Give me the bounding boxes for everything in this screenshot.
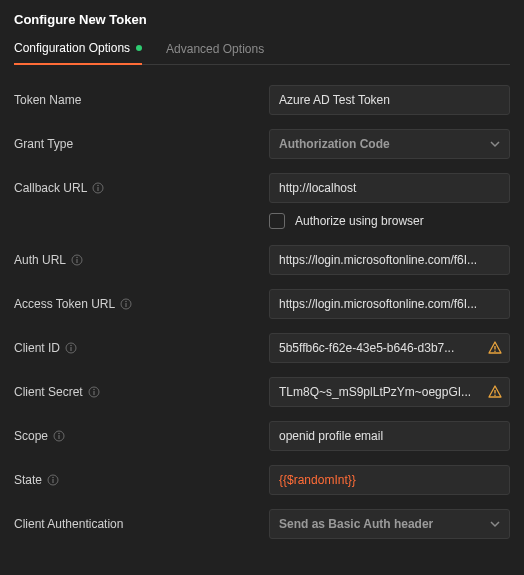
svg-point-4: [76, 257, 78, 259]
tab-configuration-options[interactable]: Configuration Options: [14, 41, 142, 65]
label-text: Scope: [14, 429, 48, 443]
label-text: Client ID: [14, 341, 60, 355]
authorize-browser-label: Authorize using browser: [295, 214, 424, 228]
svg-rect-8: [126, 303, 127, 307]
label-auth-url: Auth URL: [14, 253, 269, 267]
svg-point-20: [58, 433, 60, 435]
warning-icon: [488, 341, 502, 355]
svg-rect-2: [98, 187, 99, 191]
client-id-input[interactable]: [269, 333, 510, 363]
grant-type-select[interactable]: Authorization Code: [269, 129, 510, 159]
token-name-input[interactable]: [269, 85, 510, 115]
label-text: State: [14, 473, 42, 487]
info-icon: [47, 474, 59, 486]
label-client-secret: Client Secret: [14, 385, 269, 399]
info-icon: [120, 298, 132, 310]
svg-point-13: [494, 350, 496, 352]
svg-rect-24: [52, 479, 53, 483]
scope-input[interactable]: [269, 421, 510, 451]
svg-rect-5: [76, 259, 77, 263]
label-callback-url: Callback URL: [14, 181, 269, 195]
label-grant-type: Grant Type: [14, 137, 269, 151]
label-access-token-url: Access Token URL: [14, 297, 269, 311]
label-scope: Scope: [14, 429, 269, 443]
svg-rect-17: [494, 390, 495, 394]
label-text: Client Authentication: [14, 517, 123, 531]
chevron-down-icon: [490, 139, 500, 149]
tab-advanced-options[interactable]: Advanced Options: [166, 41, 264, 65]
tab-label: Advanced Options: [166, 42, 264, 56]
svg-point-1: [98, 185, 100, 187]
svg-rect-11: [70, 347, 71, 351]
info-icon: [53, 430, 65, 442]
form: Token Name Grant Type Authorization Code…: [0, 65, 524, 567]
status-dot-icon: [136, 45, 142, 51]
label-text: Callback URL: [14, 181, 87, 195]
select-value: Send as Basic Auth header: [279, 517, 433, 531]
client-authentication-select[interactable]: Send as Basic Auth header: [269, 509, 510, 539]
client-secret-input[interactable]: [269, 377, 510, 407]
svg-point-15: [93, 389, 95, 391]
label-text: Auth URL: [14, 253, 66, 267]
info-icon: [92, 182, 104, 194]
chevron-down-icon: [490, 519, 500, 529]
svg-point-18: [494, 394, 496, 396]
info-icon: [71, 254, 83, 266]
tab-label: Configuration Options: [14, 41, 130, 55]
authorize-browser-checkbox[interactable]: [269, 213, 285, 229]
select-value: Authorization Code: [279, 137, 390, 151]
info-icon: [88, 386, 100, 398]
label-client-authentication: Client Authentication: [14, 517, 269, 531]
warning-icon: [488, 385, 502, 399]
label-client-id: Client ID: [14, 341, 269, 355]
svg-point-7: [125, 301, 127, 303]
svg-rect-21: [58, 435, 59, 439]
label-text: Grant Type: [14, 137, 73, 151]
label-token-name: Token Name: [14, 93, 269, 107]
label-text: Client Secret: [14, 385, 83, 399]
access-token-url-input[interactable]: [269, 289, 510, 319]
label-text: Access Token URL: [14, 297, 115, 311]
callback-url-input[interactable]: [269, 173, 510, 203]
tabs: Configuration Options Advanced Options: [14, 41, 510, 65]
label-state: State: [14, 473, 269, 487]
info-icon: [65, 342, 77, 354]
svg-rect-16: [93, 391, 94, 395]
state-input[interactable]: [269, 465, 510, 495]
svg-point-10: [70, 345, 72, 347]
svg-rect-12: [494, 346, 495, 350]
label-text: Token Name: [14, 93, 81, 107]
page-title: Configure New Token: [14, 12, 510, 27]
svg-point-23: [52, 477, 54, 479]
auth-url-input[interactable]: [269, 245, 510, 275]
